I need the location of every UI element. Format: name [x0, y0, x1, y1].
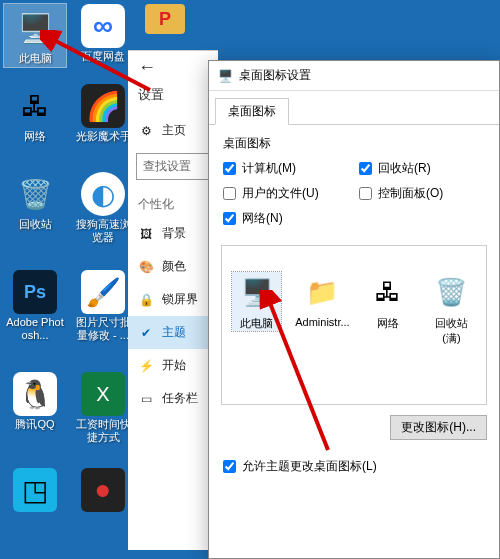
neoimaging-icon: 🌈 — [81, 84, 125, 128]
desktop-icon-sogou-browser[interactable]: ◐ 搜狗高速浏览器 — [72, 172, 134, 244]
nav-colors[interactable]: 🎨 颜色 — [128, 250, 218, 283]
desktop-icon-this-pc[interactable]: 🖥️ 此电脑 — [4, 4, 66, 67]
nav-label: 开始 — [162, 357, 186, 374]
desktop-icon-network[interactable]: 🖧 网络 — [4, 84, 66, 143]
desktop-icon-recycle-bin[interactable]: 🗑️ 回收站 — [4, 172, 66, 231]
desktop-icon-label: 百度网盘 — [72, 50, 134, 63]
check-label: 回收站(R) — [378, 160, 431, 177]
desktop-icon-ppt[interactable]: P — [140, 4, 190, 36]
nav-label: 主页 — [162, 122, 186, 139]
monitor-icon: 🖥️ — [13, 6, 57, 50]
checkbox[interactable] — [223, 162, 236, 175]
check-network[interactable]: 网络(N) — [223, 210, 349, 227]
tab-row: 桌面图标 — [209, 91, 499, 125]
settings-title: 设置 — [128, 84, 218, 114]
search-input[interactable]: 查找设置 — [136, 153, 210, 180]
desktop-icon-app1[interactable]: ◳ — [4, 468, 66, 514]
folder-icon: 📁 — [302, 272, 342, 312]
recycle-bin-icon: 🗑️ — [13, 172, 57, 216]
desktop-icon-baidu-netdisk[interactable]: ∞ 百度网盘 — [72, 4, 134, 63]
palette-icon: 🎨 — [138, 260, 154, 274]
nav-home[interactable]: ⚙ 主页 — [128, 114, 218, 147]
desktop-icon-label: 图片尺寸批量修改 - ... — [72, 316, 134, 342]
lock-icon: 🔒 — [138, 293, 154, 307]
checkbox[interactable] — [223, 460, 236, 473]
icon-item-this-pc[interactable]: 🖥️ 此电脑 — [232, 272, 281, 331]
tab-desktop-icons[interactable]: 桌面图标 — [215, 98, 289, 125]
desktop-icon-label: 回收站 — [4, 218, 66, 231]
desktop-icon-label: Adobe Photosh... — [4, 316, 66, 342]
checkbox[interactable] — [223, 212, 236, 225]
app-icon: ● — [81, 468, 125, 512]
icon-item-label: Administr... — [295, 316, 349, 328]
picture-icon: 🖼 — [138, 227, 154, 241]
nav-label: 主题 — [162, 324, 186, 341]
network-icon: 🖧 — [368, 272, 408, 312]
photoshop-icon: Ps — [13, 270, 57, 314]
nav-label: 任务栏 — [162, 390, 198, 407]
check-computer[interactable]: 计算机(M) — [223, 160, 349, 177]
nav-taskbar[interactable]: ▭ 任务栏 — [128, 382, 218, 415]
group-label: 桌面图标 — [223, 135, 485, 152]
check-control-panel[interactable]: 控制面板(O) — [359, 185, 485, 202]
gear-icon: ⚙ — [138, 124, 154, 138]
nav-background[interactable]: 🖼 背景 — [128, 217, 218, 250]
checkbox[interactable] — [223, 187, 236, 200]
app-icon: ◳ — [13, 468, 57, 512]
desktop-icon-app2[interactable]: ● — [72, 468, 134, 514]
network-icon: 🖧 — [13, 84, 57, 128]
settings-category: 个性化 — [128, 186, 218, 217]
desktop-icon-label: 光影魔术手 — [72, 130, 134, 143]
desktop-icon-label: 网络 — [4, 130, 66, 143]
icon-item-network[interactable]: 🖧 网络 — [364, 272, 413, 331]
desktop-icon-label: 搜狗高速浏览器 — [72, 218, 134, 244]
sogou-icon: ◐ — [81, 172, 125, 216]
dialog-icon: 🖥️ — [217, 68, 233, 84]
desktop: 🖥️ 此电脑 ∞ 百度网盘 P 🖧 网络 🌈 光影魔术手 🗑️ 回收站 ◐ 搜狗… — [0, 0, 135, 559]
desktop-icon-label: 此电脑 — [4, 52, 66, 65]
desktop-icon-excel-shortcut[interactable]: X 工资时间快捷方式 — [72, 372, 134, 444]
desktop-icon-photoshop[interactable]: Ps Adobe Photosh... — [4, 270, 66, 342]
recycle-bin-icon: 🗑️ — [431, 272, 471, 312]
nav-label: 锁屏界 — [162, 291, 198, 308]
check-label: 控制面板(O) — [378, 185, 443, 202]
icon-item-label: 网络 — [364, 316, 413, 331]
desktop-icon-label: 工资时间快捷方式 — [72, 418, 134, 444]
nav-label: 背景 — [162, 225, 186, 242]
desktop-icon-neoimaging[interactable]: 🌈 光影魔术手 — [72, 84, 134, 143]
allow-label: 允许主题更改桌面图标(L) — [242, 458, 377, 475]
nav-label: 颜色 — [162, 258, 186, 275]
excel-icon: X — [81, 372, 125, 416]
back-button[interactable]: ← — [128, 51, 218, 84]
check-label: 用户的文件(U) — [242, 185, 319, 202]
checkbox[interactable] — [359, 187, 372, 200]
nav-lockscreen[interactable]: 🔒 锁屏界 — [128, 283, 218, 316]
desktop-icon-resize-tool[interactable]: 🖌️ 图片尺寸批量修改 - ... — [72, 270, 134, 342]
nav-themes[interactable]: ✔ 主题 — [128, 316, 218, 349]
start-icon: ⚡ — [138, 359, 154, 373]
qq-icon: 🐧 — [13, 372, 57, 416]
ppt-icon: P — [145, 4, 185, 34]
icon-item-user[interactable]: 📁 Administr... — [295, 272, 349, 328]
check-label: 网络(N) — [242, 210, 283, 227]
desktop-icon-qq[interactable]: 🐧 腾讯QQ — [4, 372, 66, 431]
change-icon-button[interactable]: 更改图标(H)... — [390, 415, 487, 440]
check-label: 计算机(M) — [242, 160, 296, 177]
desktop-icon-label: 腾讯QQ — [4, 418, 66, 431]
icon-item-label: 回收站(满) — [427, 316, 476, 346]
icon-item-recycle-full[interactable]: 🗑️ 回收站(满) — [427, 272, 476, 346]
icon-preview-list: 🖥️ 此电脑 📁 Administr... 🖧 网络 🗑️ 回收站(满) — [221, 245, 487, 405]
nav-start[interactable]: ⚡ 开始 — [128, 349, 218, 382]
check-recycle-bin[interactable]: 回收站(R) — [359, 160, 485, 177]
dialog-title: 桌面图标设置 — [239, 67, 311, 84]
baidu-netdisk-icon: ∞ — [81, 4, 125, 48]
watermark: Baidu 经验 — [441, 538, 494, 553]
checkbox[interactable] — [359, 162, 372, 175]
dialog-titlebar[interactable]: 🖥️ 桌面图标设置 — [209, 61, 499, 91]
check-user-files[interactable]: 用户的文件(U) — [223, 185, 349, 202]
monitor-icon: 🖥️ — [237, 272, 277, 312]
settings-window: ← 设置 ⚙ 主页 查找设置 个性化 🖼 背景 🎨 颜色 🔒 锁屏界 ✔ 主题 … — [128, 50, 218, 550]
resize-tool-icon: 🖌️ — [81, 270, 125, 314]
allow-theme-change[interactable]: 允许主题更改桌面图标(L) — [209, 444, 499, 489]
taskbar-icon: ▭ — [138, 392, 154, 406]
